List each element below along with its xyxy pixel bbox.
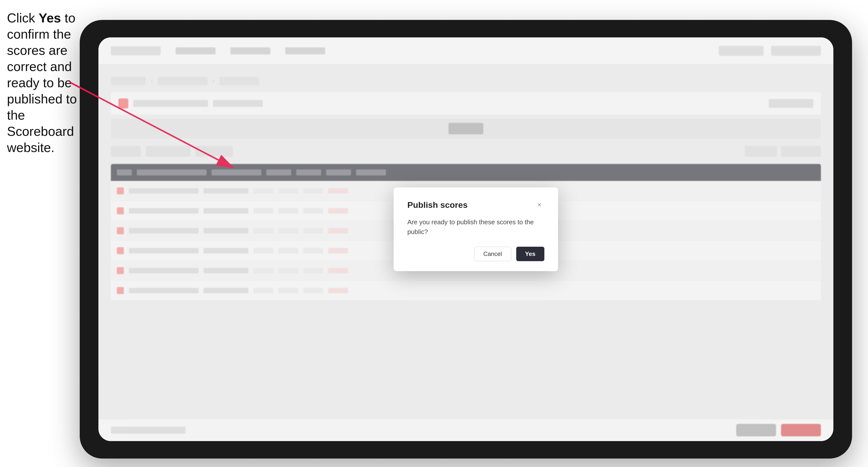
close-icon: × (537, 201, 541, 209)
modal-header: Publish scores × (407, 200, 545, 210)
modal-dialog: Publish scores × Are you ready to publis… (394, 187, 558, 271)
modal-close-button[interactable]: × (534, 200, 545, 210)
instruction-prefix: Click (7, 11, 39, 25)
instruction-suffix: to confirm the scores are correct and re… (7, 11, 77, 155)
instruction-bold: Yes (39, 11, 61, 25)
modal-overlay: Publish scores × Are you ready to publis… (98, 37, 833, 441)
cancel-button[interactable]: Cancel (474, 247, 511, 261)
modal-title: Publish scores (407, 200, 468, 210)
tablet-device: › › (80, 20, 852, 459)
instruction-text: Click Yes to confirm the scores are corr… (7, 10, 79, 156)
tablet-screen: › › (98, 37, 833, 441)
modal-body-text: Are you ready to publish these scores to… (407, 217, 545, 237)
yes-button[interactable]: Yes (516, 247, 545, 261)
modal-footer: Cancel Yes (407, 247, 545, 261)
